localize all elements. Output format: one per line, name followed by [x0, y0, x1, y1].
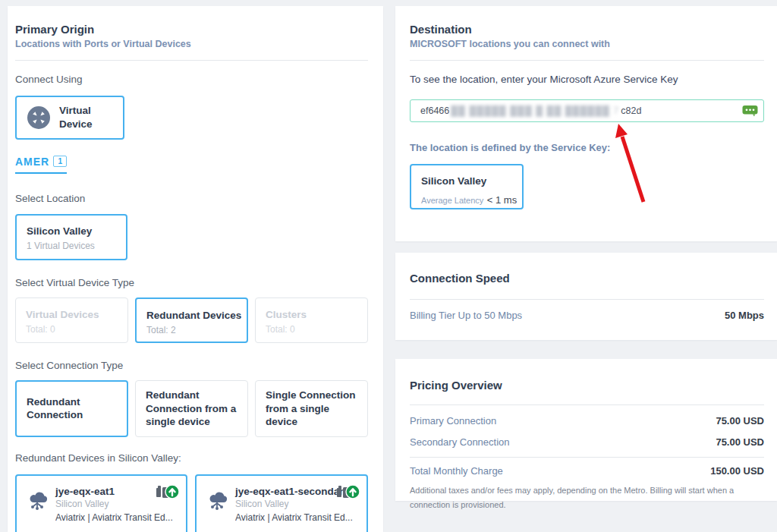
virtual-device-icon [27, 106, 50, 129]
device-type-title: Clusters [266, 308, 367, 322]
service-key-masked-text: ██ █████ ███ █ ██ ██████ 7 [451, 105, 619, 116]
primary-connection-value: 75.00 USD [716, 415, 764, 427]
device-type-options: Virtual Devices Total: 0 Redundant Devic… [15, 297, 368, 343]
device-card-secondary[interactable]: jye-eqx-eat1-secondary Silicon Valley Av… [195, 474, 368, 532]
location-card-subtitle: 1 Virtual Devices [27, 241, 126, 251]
pricing-overview-panel: Pricing Overview Primary Connection 75.0… [395, 359, 777, 501]
billing-tier-label: Billing Tier Up to 50 Mbps [410, 310, 522, 321]
connection-type-single[interactable]: Single Connection from a single device [255, 380, 368, 437]
location-card-title: Silicon Valley [27, 225, 126, 238]
service-key-suffix: c82d [621, 105, 641, 116]
primary-origin-panel: Primary Origin Locations with Ports or V… [8, 6, 383, 532]
average-latency-value: < 1 ms [487, 194, 517, 206]
secondary-connection-row: Secondary Connection 75.00 USD [410, 436, 764, 448]
cloud-network-icon [24, 486, 51, 513]
device-location: Silicon Valley [235, 499, 353, 509]
connection-setup-page: Primary Origin Locations with Ports or V… [0, 0, 777, 532]
primary-connection-label: Primary Connection [410, 415, 496, 427]
connection-type-redundant[interactable]: Redundant Connection [15, 380, 128, 437]
divider [410, 299, 764, 300]
secondary-connection-value: 75.00 USD [716, 436, 764, 448]
connection-speed-panel: Connection Speed Billing Tier Up to 50 M… [395, 253, 777, 340]
cloud-network-icon [203, 486, 231, 513]
destination-subtitle: MICROSOFT locations you can connect with [410, 39, 764, 49]
pricing-disclaimer: Additional taxes and/or fees may apply, … [410, 483, 764, 512]
connection-type-title: Redundant Connection from a single devic… [146, 389, 240, 429]
device-name: jye-eqx-eat1-secondary [235, 486, 353, 497]
redundant-devices-label: Redundant Devices in Silicon Valley: [15, 452, 368, 464]
device-card-primary[interactable]: jye-eqx-eat1 Silicon Valley Aviatrix | A… [15, 474, 187, 532]
destination-location-card[interactable]: Silicon Valley Average Latency < 1 ms [410, 164, 524, 209]
divider [410, 60, 764, 61]
secondary-connection-label: Secondary Connection [410, 436, 510, 448]
connection-type-redundant-single-device[interactable]: Redundant Connection from a single devic… [135, 380, 248, 437]
device-cards: jye-eqx-eat1 Silicon Valley Aviatrix | A… [15, 474, 368, 532]
device-type-clusters[interactable]: Clusters Total: 0 [255, 297, 368, 343]
device-type-title: Redundant Devices [146, 309, 247, 323]
password-manager-bubble-icon[interactable] [742, 105, 758, 117]
select-device-type-label: Select Virtual Device Type [15, 277, 368, 288]
service-key-input[interactable]: ef6466██ █████ ███ █ ██ ██████ 7c82d [410, 99, 764, 122]
region-tab-amer[interactable]: AMER1 [15, 155, 67, 174]
service-key-instruction: To see the location, enter your Microsof… [410, 74, 764, 85]
connect-using-virtual-device-card[interactable]: Virtual Device [15, 96, 124, 140]
device-vendor: Aviatrix | Aviatrix Transit Ed... [235, 512, 353, 523]
connect-using-label: Connect Using [15, 74, 368, 85]
device-type-count: Total: 0 [266, 324, 367, 335]
location-card-silicon-valley[interactable]: Silicon Valley 1 Virtual Devices [15, 214, 127, 260]
divider [410, 405, 764, 405]
device-type-virtual-devices[interactable]: Virtual Devices Total: 0 [15, 297, 128, 343]
pricing-overview-title: Pricing Overview [410, 379, 764, 392]
service-key-prefix: ef6466 [420, 105, 449, 116]
total-monthly-charge-label: Total Monthly Charge [410, 465, 503, 477]
location-defined-label: The location is defined by the Service K… [410, 142, 764, 153]
destination-panel: Destination MICROSOFT locations you can … [395, 6, 777, 241]
region-tab-count-badge: 1 [53, 156, 67, 167]
divider [15, 60, 368, 61]
average-latency-label: Average Latency [421, 196, 483, 205]
device-deployed-up-arrow-icon [336, 483, 360, 500]
select-location-label: Select Location [15, 193, 368, 204]
region-tab-label: AMER [15, 156, 49, 168]
primary-origin-title: Primary Origin [15, 23, 368, 36]
connection-type-title: Single Connection from a single device [266, 389, 360, 429]
destination-title: Destination [410, 23, 764, 36]
total-monthly-charge-value: 150.00 USD [710, 465, 764, 477]
primary-origin-subtitle: Locations with Ports or Virtual Devices [15, 39, 368, 49]
primary-connection-row: Primary Connection 75.00 USD [410, 415, 764, 427]
connect-using-option-label: Virtual Device [59, 104, 103, 131]
billing-tier-row: Billing Tier Up to 50 Mbps 50 Mbps [410, 310, 764, 321]
device-type-count: Total: 2 [146, 325, 247, 335]
billing-tier-value: 50 Mbps [725, 310, 764, 321]
device-location: Silicon Valley [55, 499, 173, 509]
device-vendor: Aviatrix | Aviatrix Transit Ed... [55, 512, 173, 523]
device-type-redundant-devices[interactable]: Redundant Devices Total: 2 [135, 297, 248, 343]
total-monthly-charge-row: Total Monthly Charge 150.00 USD [410, 465, 764, 477]
connection-type-title: Redundant Connection [27, 395, 119, 422]
destination-location-title: Silicon Valley [421, 175, 522, 188]
device-deployed-up-arrow-icon [156, 483, 180, 500]
device-type-count: Total: 0 [26, 324, 127, 335]
select-connection-type-label: Select Connection Type [15, 360, 368, 371]
divider [410, 457, 764, 458]
connection-speed-title: Connection Speed [410, 272, 764, 285]
device-type-title: Virtual Devices [26, 308, 127, 322]
connection-type-options: Redundant Connection Redundant Connectio… [15, 380, 368, 437]
